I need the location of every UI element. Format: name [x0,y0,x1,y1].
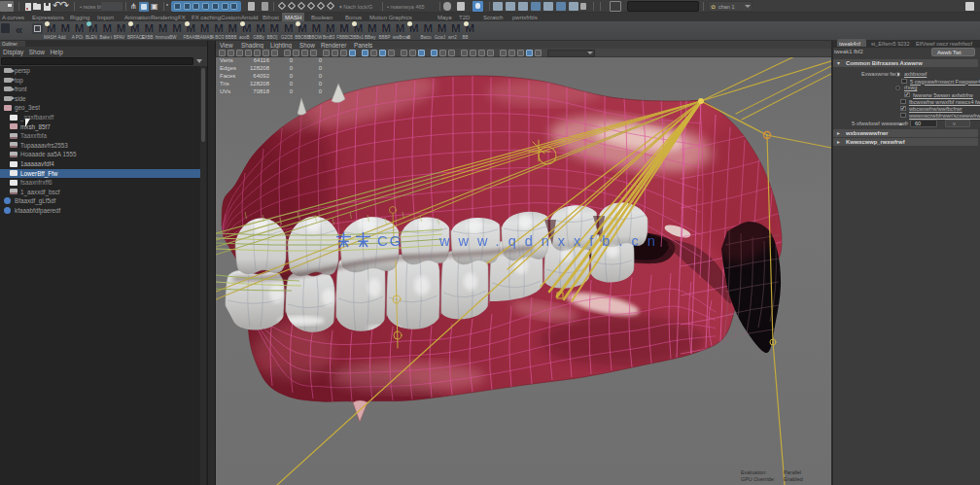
svg-text:Tris: Tris [220,81,229,87]
svg-text:Parallel: Parallel [784,469,801,475]
svg-text:64092: 64092 [253,73,269,79]
svg-text:128208: 128208 [250,81,270,87]
svg-text:www.qdnxxfb.cn: www.qdnxxfb.cn [438,233,664,249]
svg-text:UVs: UVs [220,88,230,94]
svg-text:GPU Override:: GPU Override: [741,476,775,482]
svg-text:Evaluation:: Evaluation: [741,469,767,475]
svg-text:CG: CG [377,232,403,249]
svg-text:Enabled: Enabled [784,476,803,482]
svg-text:128208: 128208 [250,65,270,71]
svg-text:Verts: Verts [220,57,233,63]
svg-text:64116: 64116 [254,57,270,63]
svg-text:Faces: Faces [220,73,235,79]
svg-text:Edges: Edges [220,65,236,71]
svg-text:70818: 70818 [253,88,269,94]
